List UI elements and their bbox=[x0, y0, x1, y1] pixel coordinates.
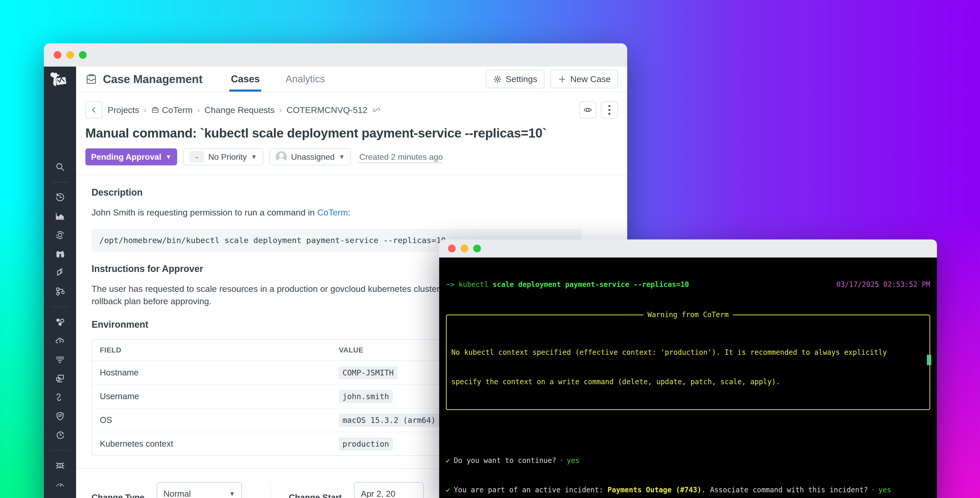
priority-chip: - bbox=[189, 151, 204, 163]
coterm-warning-box: Warning from CoTerm No kubectl context s… bbox=[446, 314, 930, 410]
coterm-terminal-window: ~>kubectlscale deployment payment-servic… bbox=[439, 239, 937, 498]
env-value: macOS 15.3.2 (arm64) bbox=[339, 413, 439, 427]
ci-visibility-icon[interactable] bbox=[55, 429, 65, 441]
search-icon[interactable] bbox=[55, 161, 65, 172]
plus-icon bbox=[558, 75, 566, 84]
chevron-right-icon: › bbox=[279, 105, 282, 114]
warning-title: Warning from CoTerm bbox=[643, 310, 733, 319]
error-tracking-icon[interactable] bbox=[55, 460, 65, 471]
watch-eye-button[interactable] bbox=[579, 101, 596, 118]
chevron-down-icon: ▼ bbox=[339, 153, 345, 161]
sidebar-divider bbox=[52, 450, 68, 450]
change-start-label: Change Start bbox=[289, 485, 342, 498]
gear-icon bbox=[493, 75, 502, 84]
status-dropdown[interactable]: Pending Approval▼ bbox=[85, 148, 177, 165]
env-value: john.smith bbox=[339, 390, 393, 403]
terminal-line: ✔Do you want to continue?·yes bbox=[446, 455, 930, 465]
assignee-dropdown[interactable]: Unassigned▼ bbox=[269, 148, 351, 165]
watchdog-icon[interactable] bbox=[55, 230, 65, 241]
history-icon[interactable] bbox=[55, 192, 65, 203]
rum-icon[interactable] bbox=[55, 373, 65, 384]
breadcrumb-projects[interactable]: Projects bbox=[108, 105, 139, 115]
terminal-timestamp: 03/17/2025 02:53:52 PM bbox=[836, 279, 930, 289]
env-value: production bbox=[339, 437, 393, 450]
terminal-titlebar bbox=[439, 239, 937, 257]
tab-analytics[interactable]: Analytics bbox=[285, 67, 325, 92]
breadcrumb-change-requests[interactable]: Change Requests bbox=[205, 105, 275, 115]
back-button[interactable] bbox=[85, 101, 102, 118]
coterm-link[interactable]: CoTerm bbox=[317, 208, 348, 217]
change-start-input[interactable]: Apr 2, 20 bbox=[354, 482, 424, 498]
terminal-output[interactable]: ~>kubectlscale deployment payment-servic… bbox=[439, 257, 937, 498]
minimize-window-button[interactable] bbox=[66, 51, 74, 59]
description-heading: Description bbox=[92, 187, 612, 198]
change-type-label: Change Type bbox=[92, 485, 145, 498]
sidebar-divider bbox=[52, 306, 68, 307]
settings-button[interactable]: Settings bbox=[486, 70, 544, 88]
infrastructure-icon[interactable] bbox=[55, 317, 65, 327]
close-window-button[interactable] bbox=[54, 51, 61, 59]
terminal-prompt: ~> bbox=[446, 279, 454, 289]
avatar bbox=[276, 151, 287, 163]
traces-icon[interactable] bbox=[55, 392, 65, 403]
priority-dropdown[interactable]: - No Priority▼ bbox=[183, 148, 263, 165]
kebab-icon bbox=[608, 105, 611, 115]
terminal-command: scale deployment payment-service --repli… bbox=[493, 279, 689, 289]
security-icon[interactable] bbox=[55, 411, 65, 421]
breadcrumb-project[interactable]: CoTerm bbox=[151, 105, 192, 115]
new-case-button[interactable]: New Case bbox=[550, 70, 618, 88]
link-icon[interactable] bbox=[372, 105, 381, 114]
zoom-window-button[interactable] bbox=[79, 51, 87, 59]
breadcrumb: Projects › CoTerm › Change Requests › CO… bbox=[85, 101, 618, 118]
datadog-logo-icon[interactable] bbox=[49, 71, 71, 93]
service-map-icon[interactable] bbox=[55, 286, 65, 297]
chevron-down-icon: ▼ bbox=[165, 153, 172, 161]
metrics-icon[interactable] bbox=[55, 211, 65, 222]
case-management-icon bbox=[85, 73, 97, 85]
app-header: Case Management Cases Analytics Settings… bbox=[76, 67, 627, 92]
description-text: John Smith is requesting permission to r… bbox=[92, 206, 582, 219]
terminal-scrollbar-thumb[interactable] bbox=[927, 355, 931, 365]
app-title: Case Management bbox=[85, 73, 202, 86]
incident-highlight: Payments Outage (#743) bbox=[608, 485, 702, 495]
column-header-field: FIELD bbox=[92, 340, 331, 361]
logs-icon[interactable] bbox=[55, 354, 65, 365]
divider bbox=[76, 175, 627, 175]
chevron-right-icon: › bbox=[197, 105, 200, 114]
sidebar-divider bbox=[52, 182, 68, 182]
terminal-line: ✔You are part of an active incident: Pay… bbox=[446, 485, 930, 495]
zoom-window-button[interactable] bbox=[473, 244, 481, 252]
chevron-right-icon: › bbox=[144, 105, 146, 114]
env-value: COMP-JSMITH bbox=[339, 366, 398, 379]
svg-text:$: $ bbox=[59, 339, 61, 343]
app-sidebar: $ bbox=[44, 67, 76, 498]
vertical-divider bbox=[270, 482, 271, 498]
performance-gauge-icon[interactable] bbox=[55, 479, 65, 490]
change-type-select[interactable]: Normal▼ bbox=[157, 482, 242, 498]
created-timestamp: Created 2 minutes ago bbox=[359, 152, 443, 162]
window-titlebar bbox=[44, 43, 627, 67]
tab-cases[interactable]: Cases bbox=[231, 67, 260, 92]
more-options-button[interactable] bbox=[601, 101, 618, 118]
minimize-window-button[interactable] bbox=[461, 244, 468, 252]
notebooks-icon[interactable] bbox=[55, 249, 65, 259]
cloud-cost-icon[interactable]: $ bbox=[55, 335, 65, 346]
close-window-button[interactable] bbox=[448, 244, 456, 252]
chevron-down-icon: ▼ bbox=[229, 490, 235, 498]
briefcase-icon bbox=[151, 106, 159, 114]
chevron-down-icon: ▼ bbox=[251, 153, 257, 161]
dashboards-icon[interactable] bbox=[55, 267, 65, 278]
case-title: Manual command: `kubectl scale deploymen… bbox=[85, 126, 618, 140]
breadcrumb-case-id[interactable]: COTERMCNVQ-512 bbox=[286, 105, 368, 115]
